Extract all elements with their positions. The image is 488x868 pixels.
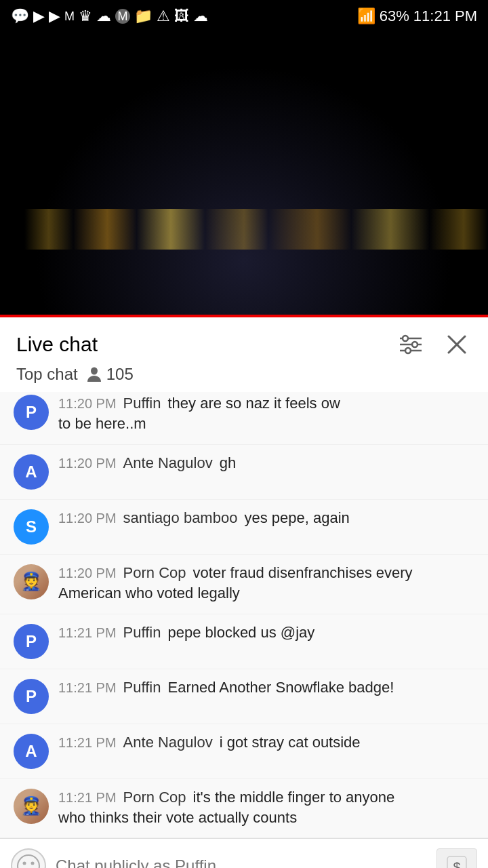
m2-icon: M xyxy=(115,9,130,24)
viewer-count-number: 105 xyxy=(106,365,134,384)
video-progress-bar[interactable] xyxy=(0,315,488,317)
message-author: Ante Nagulov xyxy=(123,734,213,751)
yt2-icon: ▶ xyxy=(49,7,60,25)
list-item: P 11:21 PM Puffin pepe blocked us @jay xyxy=(0,614,488,669)
message-time: 11:21 PM xyxy=(58,625,117,641)
video-background xyxy=(0,33,488,317)
send-button[interactable]: $ xyxy=(436,848,477,868)
msg-icon: 💬 xyxy=(11,7,29,25)
message-author: santiago bamboo xyxy=(123,509,238,527)
message-content: 11:21 PM Puffin Earned Another Snowflake… xyxy=(58,679,474,698)
svg-point-10 xyxy=(23,862,26,865)
message-author: Ante Nagulov xyxy=(123,454,213,472)
message-time: 11:21 PM xyxy=(58,790,117,806)
avatar: P xyxy=(14,679,49,714)
message-text-inline: yes pepe, again xyxy=(244,509,349,527)
svg-point-5 xyxy=(405,348,411,353)
svg-text:$: $ xyxy=(453,860,460,868)
message-meta: 11:21 PM Puffin pepe blocked us @jay xyxy=(58,624,474,642)
message-content: 11:20 PM Ante Nagulov gh xyxy=(58,454,474,473)
header-icons xyxy=(396,330,472,359)
svg-point-8 xyxy=(91,368,98,375)
city-lights-overlay xyxy=(0,209,488,250)
live-chat-title: Live chat xyxy=(16,333,98,356)
folder-icon: 📁 xyxy=(134,7,152,25)
time-display: 11:21 PM xyxy=(413,7,477,25)
message-text-inline: Earned Another Snowflake badge! xyxy=(167,679,394,696)
message-content: 11:21 PM Ante Nagulov i got stray cat ou… xyxy=(58,734,474,753)
chat-messages-list: P 11:20 PM Puffin they are so naz it fee… xyxy=(0,392,488,838)
message-text-inline: pepe blocked us @jay xyxy=(167,624,314,642)
list-item: A 11:20 PM Ante Nagulov gh xyxy=(0,445,488,500)
crown-icon: ♛ xyxy=(79,7,92,25)
message-content: 11:21 PM Porn Cop it's the middle finger… xyxy=(58,789,474,829)
message-time: 11:20 PM xyxy=(58,456,117,471)
status-bar: 💬 ▶ ▶ M ♛ ☁ M 📁 ⚠ 🖼 ☁ 📶 63% 11:21 PM xyxy=(0,0,488,33)
message-author: Porn Cop xyxy=(123,789,186,806)
message-meta: 11:21 PM Ante Nagulov i got stray cat ou… xyxy=(58,734,474,751)
svg-point-3 xyxy=(403,336,408,341)
message-text-inline: voter fraud disenfranchises every xyxy=(193,564,413,582)
message-text-inline: it's the middle finger to anyone xyxy=(193,789,395,806)
message-meta: 11:20 PM Puffin they are so naz it feels… xyxy=(58,395,474,412)
message-author: Puffin xyxy=(123,624,161,642)
wifi-icon: 📶 xyxy=(357,7,375,25)
message-meta: 11:21 PM Porn Cop it's the middle finger… xyxy=(58,789,474,806)
message-author: Puffin xyxy=(123,395,161,412)
video-player[interactable] xyxy=(0,33,488,317)
message-time: 11:20 PM xyxy=(58,566,117,581)
list-item: 11:20 PM Porn Cop voter fraud disenfranc… xyxy=(0,555,488,614)
message-text: American who voted legally xyxy=(58,583,474,604)
message-text-inline: i got stray cat outside xyxy=(220,734,361,751)
message-meta: 11:20 PM Ante Nagulov gh xyxy=(58,454,474,472)
viewer-count: 105 xyxy=(86,365,134,384)
emoji-button[interactable] xyxy=(11,848,46,868)
message-time: 11:21 PM xyxy=(58,735,117,751)
message-time: 11:20 PM xyxy=(58,396,117,412)
image-icon: 🖼 xyxy=(174,7,189,25)
soundcloud-icon: ☁ xyxy=(193,7,208,25)
message-text: to be here..m xyxy=(58,414,474,435)
message-content: 11:21 PM Puffin pepe blocked us @jay xyxy=(58,624,474,643)
close-button[interactable] xyxy=(442,330,472,359)
message-content: 11:20 PM Porn Cop voter fraud disenfranc… xyxy=(58,564,474,604)
message-time: 11:21 PM xyxy=(58,680,117,696)
message-content: 11:20 PM santiago bamboo yes pepe, again xyxy=(58,509,474,528)
warning-icon: ⚠ xyxy=(157,7,170,25)
list-item: P 11:20 PM Puffin they are so naz it fee… xyxy=(0,392,488,445)
message-meta: 11:21 PM Puffin Earned Another Snowflake… xyxy=(58,679,474,696)
top-chat-label: Top chat xyxy=(16,365,78,384)
battery-text: 63% xyxy=(380,7,409,25)
list-item: P 11:21 PM Puffin Earned Another Snowfla… xyxy=(0,669,488,724)
status-notifications: 💬 ▶ ▶ M ♛ ☁ M 📁 ⚠ 🖼 ☁ xyxy=(11,7,208,25)
svg-point-9 xyxy=(18,855,39,868)
avatar xyxy=(14,789,49,824)
message-meta: 11:20 PM Porn Cop voter fraud disenfranc… xyxy=(58,564,474,582)
message-content: 11:20 PM Puffin they are so naz it feels… xyxy=(58,395,474,435)
avatar: A xyxy=(14,734,49,769)
svg-point-11 xyxy=(31,862,35,865)
message-text: who thinks their vote actually counts xyxy=(58,808,474,829)
m-icon: M xyxy=(64,9,75,24)
yt-icon: ▶ xyxy=(33,7,45,25)
avatar: P xyxy=(14,395,49,430)
filter-button[interactable] xyxy=(396,330,426,359)
top-chat-bar: Top chat 105 xyxy=(0,362,488,392)
chat-input-field[interactable] xyxy=(56,848,427,868)
live-chat-panel: Live chat xyxy=(0,317,488,868)
status-system: 📶 63% 11:21 PM xyxy=(357,7,477,25)
list-item: 11:21 PM Porn Cop it's the middle finger… xyxy=(0,779,488,839)
message-text-inline: gh xyxy=(220,454,236,472)
avatar xyxy=(14,564,49,599)
list-item: A 11:21 PM Ante Nagulov i got stray cat … xyxy=(0,724,488,779)
avatar: S xyxy=(14,509,49,545)
cloud-icon: ☁ xyxy=(96,7,111,25)
svg-point-4 xyxy=(412,342,418,347)
message-text-inline: they are so naz it feels ow xyxy=(167,395,340,412)
avatar: A xyxy=(14,454,49,490)
live-chat-header: Live chat xyxy=(0,317,488,362)
message-time: 11:20 PM xyxy=(58,511,117,526)
message-author: Puffin xyxy=(123,679,161,696)
message-meta: 11:20 PM santiago bamboo yes pepe, again xyxy=(58,509,474,527)
list-item: S 11:20 PM santiago bamboo yes pepe, aga… xyxy=(0,500,488,555)
